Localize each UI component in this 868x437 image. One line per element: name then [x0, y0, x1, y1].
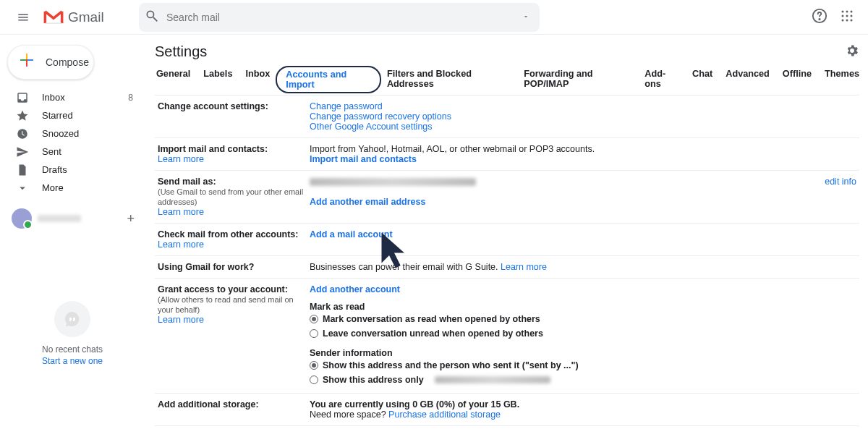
check-mail-learn-more-link[interactable]: Learn more	[158, 239, 204, 250]
tab-addons[interactable]: Add-ons	[644, 69, 679, 90]
sidebar-item-inbox[interactable]: Inbox 8	[0, 88, 145, 106]
svg-point-1	[819, 19, 820, 20]
svg-point-3	[846, 11, 848, 13]
work-desc: Businesses can power their email with G …	[310, 262, 501, 272]
edit-info-link[interactable]: edit info	[825, 177, 856, 187]
grant-learn-more-link[interactable]: Learn more	[158, 315, 204, 325]
send-as-sub: (Use Gmail to send from your other email…	[158, 187, 303, 206]
purchase-storage-link[interactable]: Purchase additional storage	[388, 410, 501, 420]
sender-opt1: Show this address and the person who sen…	[323, 358, 579, 373]
gmail-logo[interactable]: Gmail	[41, 9, 142, 25]
tab-general[interactable]: General	[156, 69, 190, 90]
svg-point-9	[846, 20, 848, 22]
svg-point-5	[842, 15, 844, 17]
mark-as-read-heading: Mark as read	[310, 302, 365, 312]
compose-label: Compose	[46, 56, 89, 68]
send-icon	[16, 145, 33, 158]
storage-need-more: Need more space?	[310, 410, 388, 420]
user-name-blurred	[38, 215, 81, 222]
inbox-icon	[16, 91, 33, 104]
plus-icon	[18, 51, 35, 73]
drafts-label: Drafts	[33, 164, 133, 175]
send-as-learn-more-link[interactable]: Learn more	[158, 207, 204, 217]
gmail-m-icon	[43, 9, 64, 25]
sidebar-item-sent[interactable]: Sent	[0, 143, 145, 161]
inbox-label: Inbox	[33, 92, 128, 103]
row-check-mail-label: Check mail from other accounts:	[158, 229, 299, 239]
add-email-address-link[interactable]: Add another email address	[310, 197, 425, 207]
more-label: More	[33, 182, 133, 193]
chevron-down-icon	[16, 182, 33, 195]
row-send-as-label: Send mail as:	[158, 177, 216, 187]
hangouts-empty-text: No recent chats	[0, 344, 145, 355]
import-mail-action-link[interactable]: Import mail and contacts	[310, 154, 417, 164]
search-bar[interactable]	[139, 3, 540, 32]
clock-icon	[16, 127, 33, 140]
tab-forwarding[interactable]: Forwarding and POP/IMAP	[524, 69, 631, 90]
add-mail-account-link[interactable]: Add a mail account	[310, 229, 393, 239]
search-input[interactable]	[159, 11, 518, 24]
add-person-icon[interactable]: +	[127, 211, 135, 226]
hamburger-icon	[17, 11, 30, 24]
inbox-count: 8	[128, 93, 133, 103]
help-icon[interactable]	[812, 8, 827, 26]
work-learn-more-link[interactable]: Learn more	[501, 262, 547, 272]
tab-offline[interactable]: Offline	[783, 69, 812, 90]
sidebar-item-drafts[interactable]: Drafts	[0, 161, 145, 179]
sender-info-heading: Sender information	[310, 348, 393, 358]
svg-point-7	[851, 15, 853, 17]
sent-label: Sent	[33, 146, 133, 157]
snoozed-label: Snoozed	[33, 128, 133, 139]
hangouts-icon	[54, 301, 90, 337]
starred-label: Starred	[33, 110, 133, 121]
sender-opt2: Show this address only	[323, 373, 424, 387]
sidebar-item-starred[interactable]: Starred	[0, 106, 145, 124]
file-icon	[16, 164, 33, 177]
menu-button[interactable]	[6, 0, 41, 35]
row-work-label: Using Gmail for work?	[155, 256, 307, 279]
sender-email-blurred	[435, 376, 550, 383]
storage-desc: You are currently using 0 GB (0%) of you…	[310, 399, 519, 410]
compose-button[interactable]: Compose	[7, 45, 94, 80]
row-storage-label: Add additional storage:	[155, 394, 307, 426]
radio-mark-read[interactable]	[310, 315, 318, 323]
tab-themes[interactable]: Themes	[825, 69, 859, 90]
row-import-label: Import mail and contacts:	[158, 144, 268, 154]
page-title: Settings	[155, 43, 845, 60]
send-as-email-blurred	[310, 178, 476, 186]
hangouts-start-link[interactable]: Start a new one	[0, 356, 145, 366]
apps-icon[interactable]	[841, 9, 854, 25]
grant-sub: (Allow others to read and send mail on y…	[158, 295, 294, 314]
radio-show-sent-by[interactable]	[310, 361, 318, 370]
svg-point-4	[851, 11, 853, 13]
gear-icon[interactable]	[845, 43, 859, 60]
svg-point-2	[842, 11, 844, 13]
import-learn-more-link[interactable]: Learn more	[158, 154, 204, 164]
other-account-settings-link[interactable]: Other Google Account settings	[310, 122, 433, 132]
tab-filters[interactable]: Filters and Blocked Addresses	[387, 69, 511, 90]
search-icon	[145, 9, 159, 25]
svg-point-8	[842, 20, 844, 22]
radio-leave-unread[interactable]	[310, 329, 318, 338]
svg-point-10	[851, 20, 853, 22]
radio-show-address-only[interactable]	[310, 376, 318, 384]
tab-labels[interactable]: Labels	[203, 69, 232, 90]
gmail-brand-text: Gmail	[68, 9, 104, 25]
avatar[interactable]	[12, 208, 32, 229]
row-change-account-label: Change account settings:	[155, 96, 307, 138]
add-another-account-link[interactable]: Add another account	[310, 284, 400, 294]
import-desc: Import from Yahoo!, Hotmail, AOL, or oth…	[310, 144, 595, 154]
tab-advanced[interactable]: Advanced	[726, 69, 770, 90]
mark-opt2: Leave conversation unread when opened by…	[323, 326, 543, 341]
search-options-icon[interactable]	[518, 12, 534, 22]
star-icon	[16, 109, 33, 122]
tab-chat[interactable]: Chat	[692, 69, 712, 90]
sidebar-item-more[interactable]: More	[0, 179, 145, 197]
tab-accounts-import[interactable]: Accounts and Import	[276, 66, 381, 93]
row-grant-label: Grant access to your account:	[158, 284, 288, 294]
tab-inbox[interactable]: Inbox	[245, 69, 270, 90]
svg-point-6	[846, 15, 848, 17]
sidebar-item-snoozed[interactable]: Snoozed	[0, 124, 145, 143]
change-password-link[interactable]: Change password	[310, 101, 383, 111]
change-recovery-link[interactable]: Change password recovery options	[310, 111, 451, 122]
